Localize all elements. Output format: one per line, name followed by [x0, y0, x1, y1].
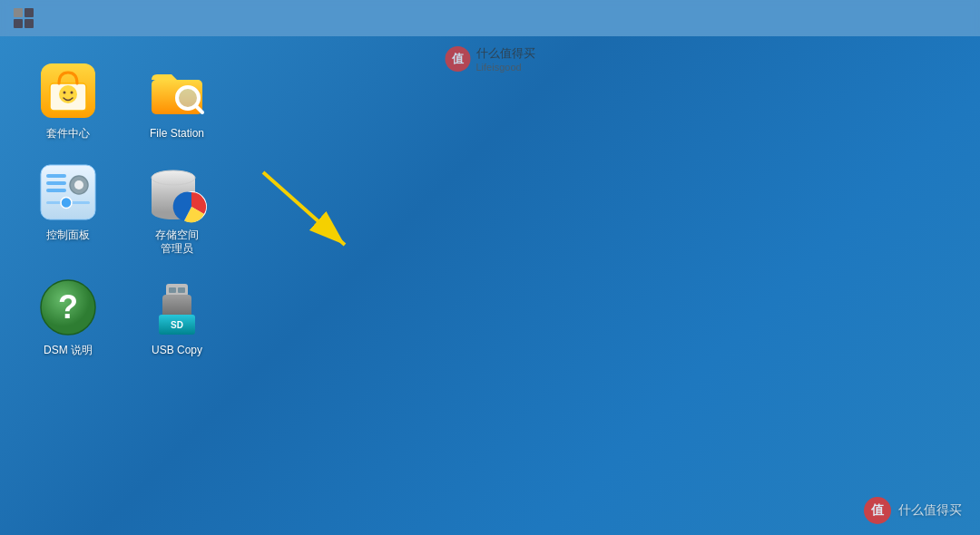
storage-manager-svg [146, 161, 208, 223]
arrow-svg [254, 163, 381, 272]
apps-grid-icon [14, 8, 34, 28]
icon-storage-manager[interactable]: 存储空间管理员 [127, 156, 227, 262]
package-center-label: 套件中心 [46, 127, 90, 141]
storage-manager-icon-img [146, 161, 208, 223]
watermark-line2: Lifeisgood [476, 62, 535, 73]
icon-usb-copy[interactable]: SD USB Copy [127, 271, 227, 364]
top-watermark: 值 什么值得买 Lifeisgood [446, 45, 535, 73]
svg-rect-9 [46, 174, 66, 178]
icon-dsm-help[interactable]: ? DSM 说明 [18, 271, 118, 364]
icon-file-station[interactable]: File Station [127, 54, 227, 147]
icon-package-center[interactable]: 套件中心 [18, 54, 118, 147]
svg-rect-23 [169, 287, 176, 293]
watermark-badge-icon: 值 [446, 46, 471, 72]
svg-rect-10 [46, 181, 66, 185]
dsm-help-icon-img: ? [37, 277, 99, 338]
bottom-watermark-badge: 值 [864, 497, 891, 524]
bottom-watermark-text: 什么值得买 [898, 502, 962, 519]
dsm-help-label: DSM 说明 [44, 344, 93, 358]
bottom-watermark: 值 什么值得买 [864, 497, 962, 524]
usb-copy-svg: SD [146, 277, 208, 338]
svg-point-3 [64, 92, 66, 94]
usb-copy-icon-img: SD [146, 277, 208, 338]
svg-text:SD: SD [171, 320, 183, 330]
svg-rect-11 [46, 189, 66, 192]
taskbar [0, 0, 980, 36]
usb-copy-label: USB Copy [152, 344, 202, 358]
svg-point-15 [61, 197, 72, 208]
svg-point-13 [74, 180, 83, 190]
file-station-svg [146, 60, 208, 122]
storage-manager-label: 存储空间管理员 [155, 229, 199, 257]
package-center-svg [37, 60, 99, 122]
arrow-indicator [254, 163, 381, 276]
file-station-label: File Station [150, 127, 204, 141]
svg-line-29 [263, 172, 345, 245]
svg-text:?: ? [58, 288, 78, 326]
icon-control-panel[interactable]: 控制面板 [18, 156, 118, 262]
control-panel-label: 控制面板 [46, 229, 90, 243]
file-station-icon-img [146, 60, 208, 122]
control-panel-icon-img [37, 161, 99, 223]
control-panel-svg [37, 161, 99, 223]
desktop-icon-grid: 套件中心 [18, 54, 236, 372]
dsm-help-svg: ? [37, 277, 99, 338]
apps-button[interactable] [7, 5, 40, 32]
watermark-line1: 什么值得买 [476, 45, 535, 62]
svg-rect-24 [178, 287, 185, 293]
svg-point-18 [152, 170, 195, 185]
package-center-icon-img [37, 60, 99, 122]
svg-point-4 [71, 92, 74, 94]
desktop: 值 什么值得买 Lifeisgood [0, 36, 980, 535]
